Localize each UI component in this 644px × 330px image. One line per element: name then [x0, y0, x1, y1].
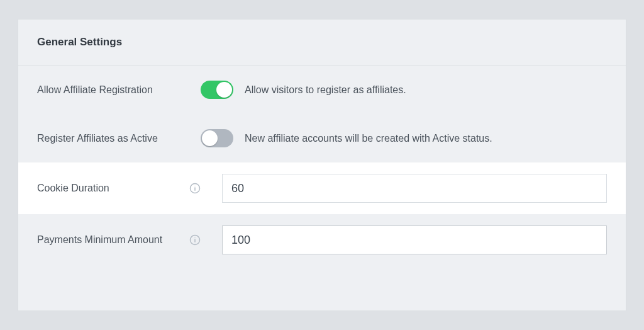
panel-body: Allow Affiliate Registration Allow visit… [18, 65, 626, 266]
toggle-knob [202, 130, 218, 146]
input-col-payments-minimum [222, 225, 607, 254]
label-allow-registration: Allow Affiliate Registration [37, 84, 201, 96]
toggle-knob [216, 82, 232, 98]
toggle-register-as-active[interactable] [201, 129, 233, 147]
info-icon[interactable] [189, 234, 201, 246]
label-payments-minimum: Payments Minimum Amount [37, 234, 201, 246]
general-settings-panel: General Settings Allow Affiliate Registr… [18, 19, 626, 311]
row-allow-registration: Allow Affiliate Registration Allow visit… [18, 65, 626, 114]
payments-minimum-input[interactable] [222, 225, 607, 254]
row-payments-minimum: Payments Minimum Amount [18, 214, 626, 266]
desc-register-as-active: New affiliate accounts will be created w… [245, 133, 607, 144]
svg-point-2 [194, 186, 195, 186]
row-cookie-duration: Cookie Duration [18, 162, 626, 214]
cookie-duration-input[interactable] [222, 174, 607, 203]
info-icon[interactable] [189, 183, 201, 194]
desc-allow-registration: Allow visitors to register as affiliates… [245, 84, 607, 96]
panel-header: General Settings [18, 20, 626, 65]
svg-point-5 [194, 237, 195, 238]
row-register-as-active: Register Affiliates as Active New affili… [18, 114, 626, 162]
panel-title: General Settings [37, 36, 607, 48]
toggle-allow-registration[interactable] [201, 81, 233, 99]
label-cookie-duration: Cookie Duration [37, 183, 201, 194]
label-register-as-active: Register Affiliates as Active [37, 133, 201, 144]
input-col-cookie-duration [222, 174, 607, 203]
control-allow-registration [201, 81, 245, 99]
control-register-as-active [201, 129, 245, 147]
